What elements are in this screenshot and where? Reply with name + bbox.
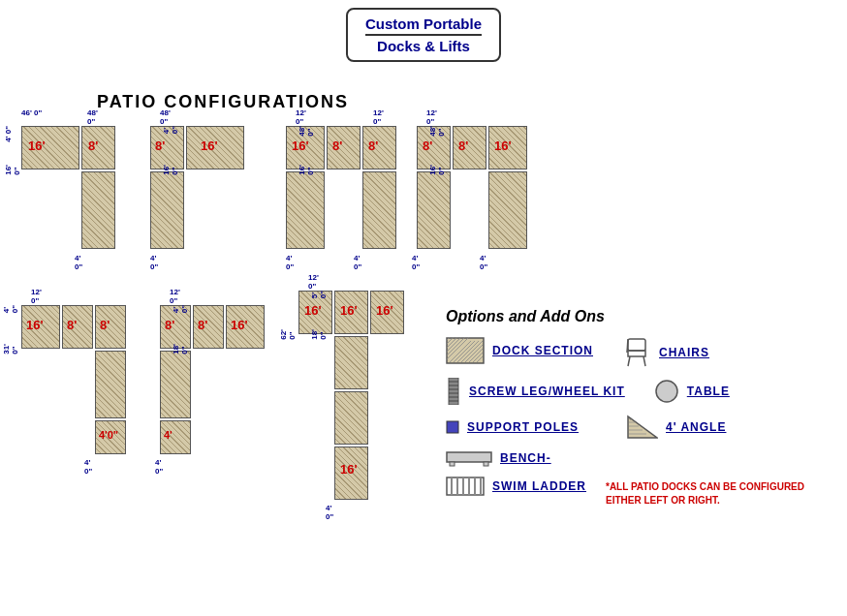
dim-label: 48' 0" bbox=[160, 108, 171, 126]
bench-icon bbox=[446, 449, 492, 467]
dim-label: 4' 0" bbox=[4, 126, 13, 142]
section-label: 16' bbox=[231, 318, 248, 332]
section-label: 16' bbox=[494, 139, 512, 153]
swim-ladder-label: SWIM LADDER bbox=[492, 479, 586, 493]
dim-label: 16' 0" bbox=[428, 165, 446, 175]
page-title: PATIO CONFIGURATIONS bbox=[97, 92, 349, 112]
section-label: 8' bbox=[368, 139, 378, 153]
section-label: 8' bbox=[458, 139, 468, 153]
angle-label: 4' ANGLE bbox=[666, 420, 726, 434]
dim-label: 4' 0" bbox=[2, 305, 19, 313]
logo-line1: Custom Portable bbox=[365, 15, 482, 32]
dim-label: 12' 0" bbox=[296, 108, 306, 126]
chairs-label: CHAIRS bbox=[659, 346, 709, 359]
svg-rect-37 bbox=[484, 462, 488, 466]
svg-line-17 bbox=[628, 356, 630, 366]
dim-label: 4' 0" bbox=[480, 254, 487, 271]
dim-label: 18' 0" bbox=[172, 344, 189, 354]
table-icon bbox=[654, 379, 679, 404]
section-label: 16' bbox=[304, 303, 322, 318]
dim-label: 4' 0" bbox=[84, 458, 92, 476]
note-text: *ALL PATIO DOCKS CAN BE CONFIGUREDEITHER… bbox=[606, 480, 804, 508]
support-poles-label: SUPPORT POLES bbox=[467, 420, 579, 434]
section-label: 8' bbox=[100, 318, 110, 332]
dim-label: 4' 0" bbox=[354, 254, 361, 271]
dock-section-label: DOCK SECTION bbox=[492, 344, 593, 357]
svg-marker-29 bbox=[628, 416, 657, 438]
svg-rect-16 bbox=[628, 351, 645, 356]
angle-icon bbox=[627, 415, 658, 440]
dim-label: 12' 0" bbox=[170, 288, 180, 305]
dim-label: 4' 0" bbox=[172, 305, 189, 313]
svg-point-27 bbox=[656, 381, 677, 402]
config-1: 46' 0" 48' 0" 16' 8' 4' 0" 16' 0" 4' 0" bbox=[21, 126, 79, 169]
dim-label: 12' 0" bbox=[31, 288, 42, 305]
section-label: 8' bbox=[423, 139, 432, 153]
swim-ladder-icon bbox=[446, 477, 485, 496]
dim-label: 4' 0" bbox=[75, 254, 82, 271]
bench-label: BENCH- bbox=[500, 451, 551, 465]
section-label: 16' bbox=[26, 318, 44, 332]
dim-label: 16' 0" bbox=[4, 165, 21, 175]
dim-label: 18' 0" bbox=[310, 329, 328, 340]
section-label: 16' bbox=[376, 303, 393, 318]
section-label: 8' bbox=[165, 318, 174, 332]
dim-label: 4' 0" bbox=[286, 254, 294, 271]
dim-label: 48' 0" bbox=[428, 126, 446, 137]
section-label: 16' bbox=[28, 139, 46, 153]
dim-label: 46' 0" bbox=[21, 108, 42, 117]
section-label: 4' bbox=[164, 429, 173, 441]
dim-label: 4' 0" bbox=[150, 254, 158, 271]
dim-label: 12' 0" bbox=[373, 108, 384, 126]
chairs-icon bbox=[622, 337, 651, 368]
screw-leg-icon bbox=[446, 378, 461, 405]
dim-label: 4' 0" bbox=[155, 458, 163, 476]
svg-rect-35 bbox=[447, 452, 491, 462]
section-label: 16' bbox=[201, 139, 218, 153]
section-label: 8' bbox=[88, 139, 98, 153]
dim-label: 5' 0" bbox=[310, 291, 328, 298]
table-label: TABLE bbox=[687, 385, 730, 398]
section-label: 16' bbox=[340, 303, 358, 318]
support-poles-icon bbox=[446, 420, 459, 434]
dim-label: 48' 0" bbox=[87, 108, 98, 126]
section-label: 8' bbox=[67, 318, 77, 332]
section-label: 8' bbox=[198, 318, 207, 332]
dim-label: 16' 0" bbox=[298, 165, 315, 175]
svg-rect-36 bbox=[450, 462, 455, 466]
svg-line-19 bbox=[627, 339, 628, 353]
dim-label: 16' 0" bbox=[162, 165, 179, 175]
svg-line-18 bbox=[643, 356, 645, 366]
dim-label: 62' 0" bbox=[279, 329, 297, 340]
dim-label: 12' 0" bbox=[426, 108, 437, 126]
options-title: Options and Add Ons bbox=[446, 308, 833, 325]
screw-leg-label: SCREW LEG/WHEEL KIT bbox=[469, 385, 625, 398]
dim-label: 4' 0" bbox=[412, 254, 420, 271]
dim-label: 4' 0" bbox=[326, 504, 333, 521]
dim-label: 12' 0" bbox=[308, 273, 319, 291]
logo: Custom Portable Docks & Lifts bbox=[346, 8, 501, 62]
dim-label: 48' 0" bbox=[298, 126, 315, 137]
svg-rect-28 bbox=[447, 421, 458, 433]
section-label: 16' bbox=[292, 139, 309, 153]
logo-line2: Docks & Lifts bbox=[365, 38, 482, 54]
svg-rect-15 bbox=[628, 339, 645, 351]
dim-label: 4' 0" bbox=[162, 126, 179, 134]
dock-section-icon bbox=[446, 337, 485, 364]
section-label: 16' bbox=[340, 462, 358, 477]
options-panel: Options and Add Ons DOCK S bbox=[446, 308, 833, 508]
dim-label: 31' 0" bbox=[2, 344, 19, 354]
section-label: 4'0" bbox=[99, 429, 118, 441]
section-label: 8' bbox=[332, 139, 342, 153]
section-label: 8' bbox=[155, 139, 165, 153]
